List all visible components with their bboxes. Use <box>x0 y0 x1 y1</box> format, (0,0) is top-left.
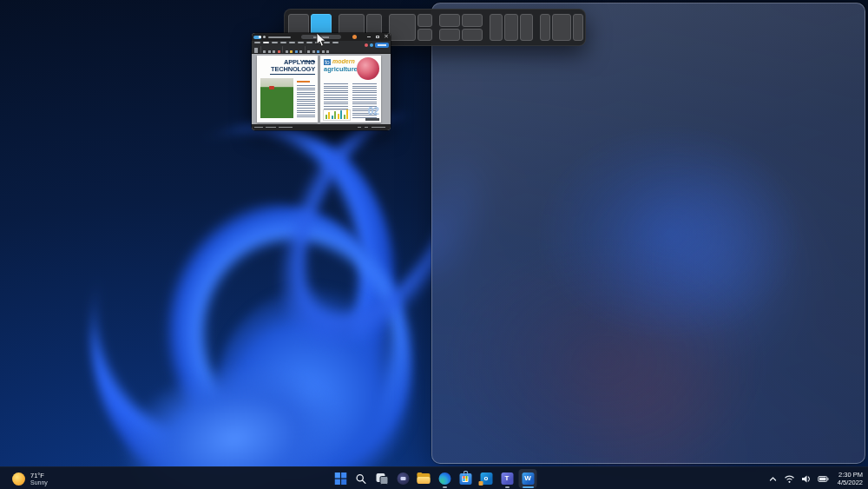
farm-field-photo <box>260 78 293 118</box>
teams-icon: T <box>501 472 513 485</box>
active-running-indicator <box>523 486 534 489</box>
page-footer-caption <box>365 118 379 121</box>
orange-subheading <box>297 81 310 83</box>
file-explorer-button[interactable] <box>415 469 433 488</box>
title-word-agriculture: agriculture <box>324 65 358 73</box>
chat-icon <box>397 472 409 485</box>
battery-icon[interactable] <box>818 474 829 484</box>
chat-button[interactable] <box>394 469 412 488</box>
snap-cell-col1[interactable] <box>490 14 503 41</box>
sunny-icon <box>12 472 25 486</box>
snap-cell-col3[interactable] <box>520 14 533 41</box>
outlook-button[interactable]: o <box>477 469 496 488</box>
title-word-modern: modern <box>332 58 355 64</box>
task-view-button[interactable] <box>373 469 391 488</box>
microsoft-store-button[interactable] <box>457 469 475 488</box>
snap-cell-left-half[interactable] <box>389 14 416 41</box>
word-status-bar <box>252 124 391 130</box>
heading-rule <box>303 61 315 62</box>
snap-cell-right-bottom[interactable] <box>418 29 432 42</box>
doc-bar-chart <box>323 109 351 121</box>
mouse-cursor <box>316 32 327 48</box>
weather-widget[interactable]: 71°F Sunny <box>7 467 53 489</box>
snap-cell-center-wide[interactable] <box>552 14 570 41</box>
close-button[interactable]: ✕ <box>382 33 391 41</box>
account-avatar[interactable] <box>352 35 357 39</box>
snap-cell-col2[interactable] <box>504 14 517 41</box>
minimize-button[interactable] <box>365 33 373 41</box>
snap-cell-top-left[interactable] <box>439 14 460 27</box>
system-tray: 2:30 PM 4/5/2022 <box>768 467 863 489</box>
weather-condition: Sunny <box>30 479 48 486</box>
editor-icon[interactable] <box>365 43 368 47</box>
dictate-icon[interactable] <box>370 43 373 47</box>
page-number-02: 02 <box>368 106 379 116</box>
volume-icon[interactable] <box>801 474 812 484</box>
snap-layout-half-plus-stacked <box>389 14 432 41</box>
flower-photo <box>357 57 379 80</box>
snap-cell-left-narrow[interactable] <box>540 14 550 41</box>
document-canvas: APPLYING TECHNOLOGY to modern agricultur… <box>252 54 391 124</box>
weather-temperature: 71°F <box>30 472 48 479</box>
share-button[interactable] <box>375 43 389 48</box>
taskbar: 71°F Sunny <box>0 466 868 489</box>
edge-icon <box>438 472 450 485</box>
taskbar-clock[interactable]: 2:30 PM 4/5/2022 <box>835 471 863 486</box>
outlook-icon: o <box>480 472 492 485</box>
maximize-button[interactable] <box>373 33 382 41</box>
title-word-to: to <box>324 59 331 65</box>
save-icon[interactable] <box>263 36 266 38</box>
body-text-column <box>297 85 315 117</box>
autosave-toggle[interactable] <box>253 36 261 39</box>
time-text: 2:30 PM <box>838 471 863 479</box>
document-page-2: to modern agriculture 02 <box>320 56 381 122</box>
task-view-icon <box>376 473 388 485</box>
hidden-icons-chevron[interactable] <box>768 474 778 484</box>
document-title-text <box>268 36 291 38</box>
outlook-notification-badge <box>478 481 483 486</box>
search-button[interactable] <box>352 469 371 488</box>
heading-rule <box>270 74 315 75</box>
snap-layout-quad <box>439 14 483 41</box>
snap-cell-top-right[interactable] <box>462 14 483 27</box>
start-button[interactable] <box>332 469 350 488</box>
running-indicator <box>443 486 447 488</box>
windows-logo-icon <box>334 472 346 485</box>
teams-button[interactable]: T <box>498 469 516 488</box>
folder-icon <box>418 473 431 484</box>
snap-cell-bottom-left[interactable] <box>439 29 460 42</box>
snap-cell-bottom-right[interactable] <box>462 29 483 42</box>
edge-button[interactable] <box>436 469 454 488</box>
document-page-1: APPLYING TECHNOLOGY <box>257 56 318 122</box>
snap-preview-zone <box>431 3 865 464</box>
snap-cell-right-top[interactable] <box>418 14 432 27</box>
store-icon <box>459 473 471 485</box>
date-text: 4/5/2022 <box>838 479 863 486</box>
wifi-icon[interactable] <box>784 474 795 484</box>
word-icon: W <box>522 472 534 485</box>
desktop: ✕ APPLYING TECHNOLOGY <box>0 0 868 489</box>
search-icon <box>356 473 367 485</box>
snap-cell-right-narrow[interactable] <box>573 14 583 41</box>
taskbar-app-icons: o T W <box>332 469 537 488</box>
snap-layout-wide-center <box>540 14 583 41</box>
running-indicator <box>505 486 510 488</box>
word-button-active[interactable]: W <box>519 469 537 488</box>
tractor-in-photo <box>269 86 274 89</box>
snap-layout-three-columns <box>490 14 533 41</box>
